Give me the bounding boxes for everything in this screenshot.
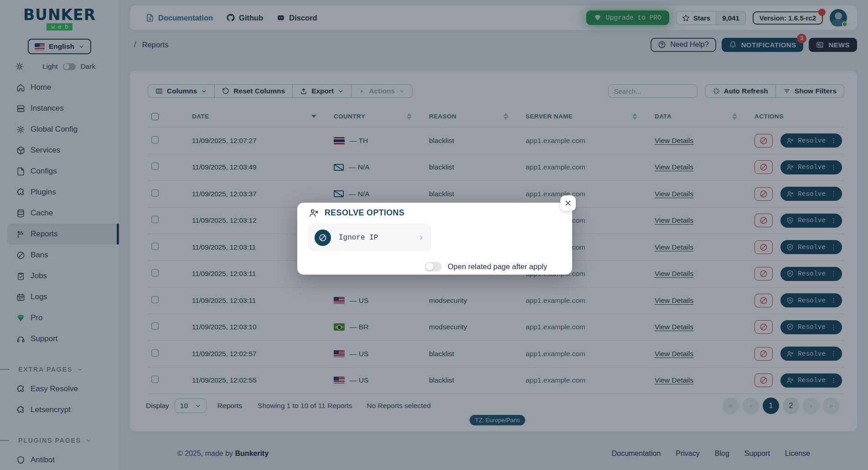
ignore-ip-label: Ignore IP (339, 234, 378, 242)
modal-title: RESOLVE OPTIONS (325, 208, 404, 218)
chevron-right-icon (418, 235, 424, 241)
modal-close-button[interactable] (560, 195, 576, 211)
close-icon (564, 199, 572, 207)
resolve-options-modal: RESOLVE OPTIONS Ignore IP Open related p… (297, 203, 572, 275)
modal-toggle-row: Open related page after apply (425, 262, 547, 271)
open-related-toggle[interactable] (425, 262, 442, 271)
open-related-label: Open related page after apply (448, 262, 547, 271)
ban-circle (315, 230, 331, 246)
ban-icon (319, 234, 327, 242)
ignore-ip-option[interactable]: Ignore IP (308, 224, 431, 251)
user-x-icon (309, 208, 319, 218)
